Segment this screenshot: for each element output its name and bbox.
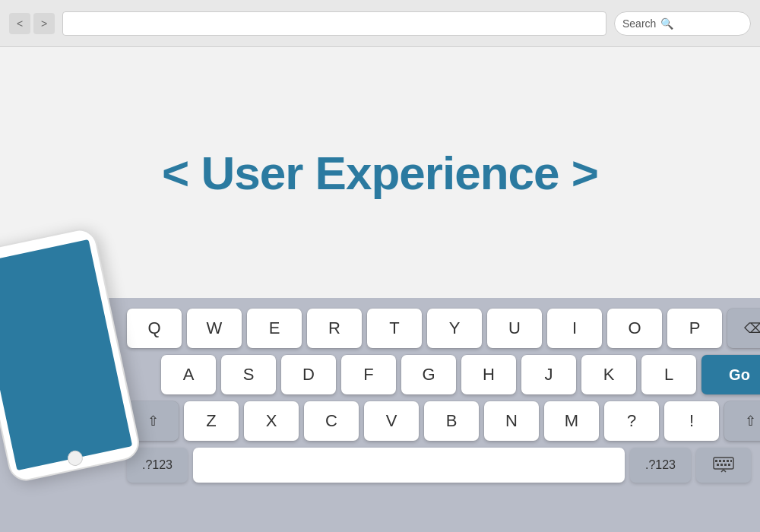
key-o[interactable]: O: [607, 309, 662, 348]
svg-rect-2: [719, 460, 721, 462]
key-c[interactable]: C: [304, 401, 359, 441]
nav-buttons: < >: [9, 13, 55, 34]
key-a[interactable]: A: [161, 355, 216, 394]
key-t[interactable]: T: [367, 309, 422, 348]
key-e[interactable]: E: [247, 309, 302, 348]
browser-bar: < > Search 🔍: [0, 0, 760, 47]
key-s[interactable]: S: [221, 355, 276, 394]
back-button[interactable]: <: [9, 13, 30, 34]
key-h[interactable]: H: [461, 355, 516, 394]
key-f[interactable]: F: [341, 355, 396, 394]
svg-rect-9: [728, 464, 730, 466]
svg-rect-7: [720, 464, 723, 466]
svg-rect-1: [715, 460, 717, 462]
key-j[interactable]: J: [521, 355, 576, 394]
key-y[interactable]: Y: [427, 309, 482, 348]
num-key-right[interactable]: .?123: [630, 448, 691, 483]
key-q[interactable]: Q: [127, 309, 182, 348]
search-box[interactable]: Search 🔍: [614, 11, 751, 36]
key-m[interactable]: M: [544, 401, 599, 441]
backspace-key[interactable]: ⌫: [727, 309, 760, 348]
key-question[interactable]: ?: [604, 401, 659, 441]
key-p[interactable]: P: [667, 309, 722, 348]
key-i[interactable]: I: [547, 309, 602, 348]
go-button[interactable]: Go: [701, 355, 760, 394]
keyboard-switch-key[interactable]: [696, 448, 751, 483]
keyboard-icon: [713, 457, 734, 473]
svg-rect-0: [714, 458, 733, 469]
key-g[interactable]: G: [401, 355, 456, 394]
keyboard-row-1: Q W E R T Y U I O P ⌫: [9, 309, 751, 348]
svg-rect-3: [723, 460, 725, 462]
headline-text: < User Experience >: [162, 146, 598, 200]
spacebar[interactable]: [193, 448, 625, 483]
svg-rect-4: [727, 460, 729, 462]
key-k[interactable]: K: [581, 355, 636, 394]
key-n[interactable]: N: [484, 401, 539, 441]
keyboard-section: Q W E R T Y U I O P ⌫ A S D F G H J K L …: [0, 298, 760, 532]
address-bar[interactable]: [62, 11, 606, 36]
search-label: Search: [622, 17, 656, 30]
key-v[interactable]: V: [364, 401, 419, 441]
key-r[interactable]: R: [307, 309, 362, 348]
num-key[interactable]: .?123: [127, 448, 188, 483]
key-u[interactable]: U: [487, 309, 542, 348]
key-w[interactable]: W: [187, 309, 242, 348]
key-d[interactable]: D: [281, 355, 336, 394]
key-x[interactable]: X: [244, 401, 299, 441]
forward-button[interactable]: >: [33, 13, 55, 34]
svg-rect-5: [730, 460, 732, 462]
key-z[interactable]: Z: [184, 401, 239, 441]
key-exclaim[interactable]: !: [664, 401, 719, 441]
svg-rect-8: [724, 464, 727, 466]
search-icon: 🔍: [660, 17, 673, 30]
shift-key-right[interactable]: ⇧: [724, 401, 760, 441]
svg-rect-6: [717, 464, 719, 466]
key-l[interactable]: L: [641, 355, 696, 394]
key-b[interactable]: B: [424, 401, 479, 441]
main-content: < User Experience >: [0, 47, 760, 298]
